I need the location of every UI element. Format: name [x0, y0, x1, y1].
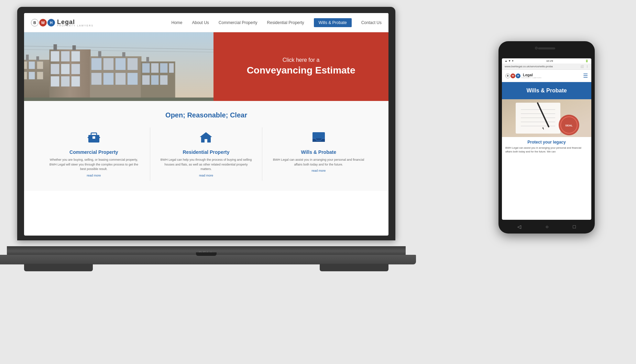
svg-marker-49 [200, 132, 212, 143]
laptop-base-bottom [0, 255, 416, 264]
svg-rect-53 [516, 103, 560, 134]
phone-signal: ▲ ▼ ✦ [505, 59, 514, 62]
service-card-commercial: Commercial Property Whether you are buyi… [38, 127, 150, 181]
svg-rect-14 [61, 51, 70, 61]
nav-contact[interactable]: Contact Us [361, 20, 382, 25]
hero-cta-large: Conveyancing Estimate [247, 65, 355, 76]
phone-logo-circles: B W H [505, 73, 520, 78]
svg-rect-41 [151, 75, 159, 85]
nav-residential[interactable]: Residential Property [267, 20, 304, 25]
laptop-foot-left [24, 264, 93, 271]
phone-wills-image: SEAL [502, 99, 591, 137]
svg-rect-5 [29, 61, 35, 69]
laptop-screen: B W H Legal PROPERTY LAWYERS Home About … [24, 13, 388, 236]
svg-rect-31 [116, 73, 126, 85]
phone-bottom-bar: ◁ ○ □ [498, 223, 595, 231]
tab-icon: ⬜ [580, 65, 584, 68]
svg-rect-19 [51, 76, 59, 87]
phone-time: 10:29 [546, 59, 553, 62]
phone-recent-button[interactable]: □ [573, 224, 575, 229]
svg-rect-11 [36, 56, 39, 61]
svg-rect-33 [98, 51, 101, 57]
svg-rect-32 [128, 73, 138, 85]
svg-rect-4 [24, 61, 27, 69]
service-title-wills: Wills & Probate [301, 149, 336, 155]
svg-rect-48 [92, 136, 95, 139]
phone-nav: B W H Legal PROPERTY LAWYERS ☰ [502, 70, 591, 82]
phone-logo-h: H [516, 73, 520, 78]
phone-battery: 🔋 [585, 59, 589, 62]
svg-rect-10 [26, 55, 29, 61]
logo-circle-h: H [47, 19, 55, 26]
nav-wills[interactable]: Wills & Probate [314, 18, 352, 27]
svg-rect-26 [103, 58, 114, 70]
svg-rect-34 [122, 52, 125, 57]
svg-rect-46 [91, 133, 97, 136]
svg-rect-42 [160, 75, 168, 85]
nav-about[interactable]: About Us [192, 20, 209, 25]
service-link-residential[interactable]: read more [199, 174, 213, 177]
services-tagline: Open; Reasonable; Clear [38, 111, 375, 119]
svg-rect-20 [61, 76, 70, 87]
service-desc-residential: BWH Legal can help you through the proce… [161, 158, 252, 172]
logo-circle-w: W [39, 19, 47, 26]
services-section: Open; Reasonable; Clear Commerci [24, 101, 388, 191]
svg-rect-8 [29, 72, 35, 79]
svg-rect-25 [91, 58, 102, 70]
svg-rect-29 [91, 73, 102, 85]
logo-text-block: Legal PROPERTY LAWYERS [57, 19, 94, 27]
phone-logo-w: W [511, 73, 515, 78]
svg-rect-7 [24, 72, 27, 79]
phone-device: ▲ ▼ ✦ 10:29 🔋 www.bwhlegal.co.uk/service… [498, 41, 595, 234]
website-nav: B W H Legal PROPERTY LAWYERS Home About … [24, 13, 388, 32]
svg-rect-22 [54, 44, 57, 50]
briefcase-icon [87, 131, 101, 146]
nav-commercial[interactable]: Commercial Property [219, 20, 257, 25]
house-icon [199, 131, 213, 146]
hero-image [24, 32, 213, 101]
nav-home[interactable]: Home [171, 20, 182, 25]
svg-rect-39 [169, 63, 174, 73]
svg-rect-51 [312, 138, 325, 142]
phone-logo-brand: Legal [523, 73, 541, 77]
svg-rect-30 [103, 73, 114, 85]
svg-rect-9 [37, 72, 43, 79]
laptop-screen-bezel: B W H Legal PROPERTY LAWYERS Home About … [17, 7, 395, 240]
phone-home-button[interactable]: ○ [546, 224, 548, 229]
hero-cta[interactable]: Click here for a Conveyancing Estimate [213, 32, 388, 101]
hamburger-icon[interactable]: ☰ [583, 72, 588, 79]
svg-rect-13 [51, 51, 59, 61]
url-text: www.bwhlegal.co.uk/service/wills-proba [505, 65, 578, 68]
service-desc-wills: BWH Legal can assist you in arranging yo… [273, 158, 364, 167]
inbox-icon [312, 131, 326, 146]
phone-logo-b: B [505, 73, 510, 78]
logo-circles: B W H [31, 19, 55, 26]
service-link-commercial[interactable]: read more [87, 174, 101, 177]
phone-url-bar[interactable]: www.bwhlegal.co.uk/service/wills-proba ⬜… [502, 64, 591, 70]
svg-rect-6 [37, 61, 43, 69]
service-card-residential: Residential Property BWH Legal can help … [150, 127, 263, 181]
hero-image-content [24, 32, 213, 101]
logo-area: B W H Legal PROPERTY LAWYERS [31, 19, 94, 27]
svg-rect-17 [61, 64, 70, 74]
logo-subtitle: PROPERTY LAWYERS [57, 24, 94, 27]
service-link-wills[interactable]: read more [311, 169, 326, 172]
svg-rect-36 [142, 63, 150, 73]
service-title-commercial: Commercial Property [69, 149, 118, 155]
phone-back-button[interactable]: ◁ [517, 224, 521, 229]
svg-rect-27 [116, 58, 126, 70]
svg-rect-37 [151, 63, 159, 73]
hero-section: Click here for a Conveyancing Estimate [24, 32, 388, 101]
phone-protect-title: Protect your legacy [502, 137, 591, 146]
laptop-notch [196, 252, 217, 256]
phone-logo-sub: PROPERTY LAWYERS [522, 77, 541, 79]
phone-logo-group: B W H Legal PROPERTY LAWYERS [505, 73, 541, 79]
phone-status-bar: ▲ ▼ ✦ 10:29 🔋 [502, 58, 591, 64]
service-desc-commercial: Whether you are buying, selling, or leas… [48, 158, 140, 172]
nav-links: Home About Us Commercial Property Reside… [171, 18, 382, 27]
svg-rect-21 [72, 76, 80, 87]
phone-screen: ▲ ▼ ✦ 10:29 🔋 www.bwhlegal.co.uk/service… [502, 58, 591, 220]
svg-rect-18 [72, 64, 80, 74]
phone-camera [535, 47, 538, 49]
svg-rect-43 [146, 57, 149, 62]
